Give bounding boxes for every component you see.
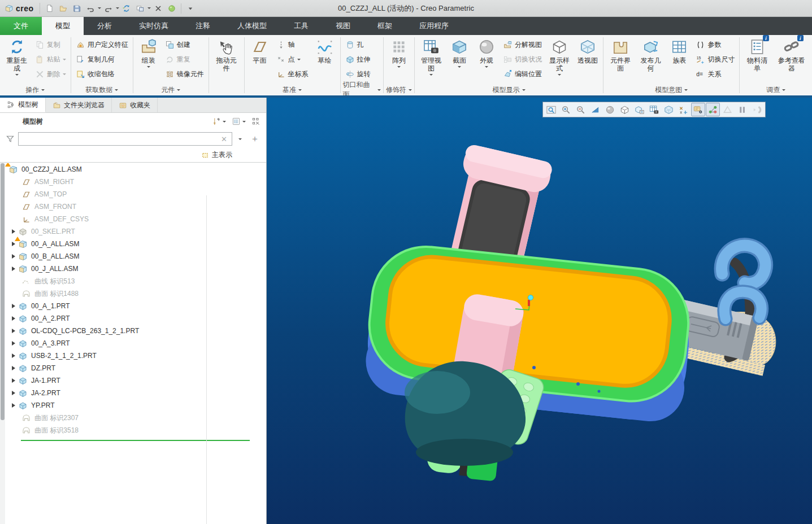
ribbon-button-镜像元件[interactable]: 镜像元件: [163, 68, 206, 80]
tree-item-DZ.PRT[interactable]: DZ.PRT: [5, 362, 266, 374]
tree-item-00_A_ALL.ASM[interactable]: 00_A_ALL.ASM: [5, 238, 266, 250]
annotation-display-icon[interactable]: [691, 103, 705, 116]
expand-arrow-icon[interactable]: [12, 391, 15, 395]
tree-item-ASM_RIGHT[interactable]: ASM_RIGHT: [5, 176, 266, 188]
ribbon-button-透视图[interactable]: 透视图: [575, 36, 601, 67]
shading-icon[interactable]: [603, 103, 617, 116]
tree-tools-icon[interactable]: [211, 116, 227, 127]
ribbon-button-显示样式[interactable]: 显示样式: [545, 36, 574, 77]
tab-模型[interactable]: 模型: [42, 17, 84, 35]
tab-框架[interactable]: 框架: [364, 17, 406, 35]
tree-scrollbar[interactable]: [0, 163, 5, 524]
tree-item-OL-CDQ_LC-PCB_263_1_2_1.PRT[interactable]: OL-CDQ_LC-PCB_263_1_2_1.PRT: [5, 325, 266, 337]
repaint-icon[interactable]: [588, 103, 602, 116]
perspective-icon[interactable]: [662, 103, 676, 116]
ribbon-button-阵列[interactable]: 阵列: [386, 36, 412, 69]
ribbon-button-重新生成[interactable]: 重新生成: [2, 36, 32, 77]
expand-arrow-icon[interactable]: [12, 403, 15, 408]
ribbon-button-粘贴[interactable]: 粘贴: [33, 53, 68, 66]
zoom-out-icon[interactable]: [574, 103, 588, 116]
ribbon-button-复制[interactable]: 复制: [33, 38, 68, 51]
ribbon-group-label[interactable]: 修饰符: [386, 84, 412, 95]
ribbon-button-孔[interactable]: 孔: [343, 38, 373, 51]
ribbon-button-创建[interactable]: 创建: [163, 38, 206, 51]
expand-arrow-icon[interactable]: [12, 341, 15, 346]
connection-status-icon[interactable]: [166, 2, 178, 15]
ribbon-button-族表[interactable]: 族表: [666, 36, 692, 67]
redo-icon[interactable]: [102, 2, 115, 15]
tab-分析[interactable]: 分析: [84, 17, 125, 35]
ribbon-button-分解视图[interactable]: 分解视图: [501, 38, 544, 51]
tree-item-00_SKEL.PRT[interactable]: 00_SKEL.PRT: [5, 225, 266, 238]
ribbon-button-参数[interactable]: 参数: [693, 38, 737, 51]
open-icon[interactable]: [57, 2, 70, 15]
tree-search-input[interactable]: [22, 135, 220, 143]
ribbon-button-重复[interactable]: 重复: [163, 53, 206, 66]
expand-arrow-icon[interactable]: [12, 229, 15, 234]
ribbon-button-平面[interactable]: 平面: [247, 36, 273, 67]
add-filter-button[interactable]: ＋: [248, 133, 262, 145]
tree-item-曲面 标识1488[interactable]: 曲面 标识1488: [5, 287, 266, 300]
clear-search-icon[interactable]: ✕: [220, 135, 228, 143]
window-switch-dropdown[interactable]: [147, 7, 151, 9]
tree-display-icon[interactable]: [250, 116, 262, 127]
ribbon-button-关系[interactable]: d=关系: [693, 68, 737, 80]
saved-orientations-icon[interactable]: [632, 103, 646, 116]
ribbon-button-切换状况[interactable]: 切换状况: [501, 53, 544, 66]
ribbon-group-label[interactable]: 操作: [2, 84, 68, 95]
tree-item-ASM_TOP[interactable]: ASM_TOP: [5, 188, 266, 200]
pause-icon[interactable]: [735, 103, 749, 116]
tree-item-USB-2_1_1_2_1.PRT[interactable]: USB-2_1_1_2_1.PRT: [5, 350, 266, 362]
expand-arrow-icon[interactable]: [12, 353, 15, 358]
tree-item-YP.PRT[interactable]: YP.PRT: [5, 399, 266, 412]
ribbon-button-元件界面[interactable]: 元件界面: [606, 36, 635, 75]
ribbon-button-旋转[interactable]: 旋转: [343, 68, 373, 80]
tree-item-JA-2.PRT[interactable]: JA-2.PRT: [5, 387, 266, 399]
insert-indicator-line[interactable]: [21, 440, 250, 441]
simulation-icon[interactable]: [720, 103, 735, 116]
ribbon-group-label[interactable]: 模型显示: [417, 84, 601, 95]
tree-item-00_B_ALL.ASM[interactable]: 00_B_ALL.ASM: [5, 250, 266, 263]
tree-item-00_A_2.PRT[interactable]: 00_A_2.PRT: [5, 312, 266, 325]
ribbon-group-label[interactable]: 获取数据: [73, 84, 131, 95]
spin-center-icon[interactable]: [706, 103, 720, 116]
zoom-region-icon[interactable]: [544, 103, 558, 116]
tree-item-00_CZZJ_ALL.ASM[interactable]: 00_CZZJ_ALL.ASM: [5, 163, 266, 176]
redo-dropdown[interactable]: [116, 7, 119, 9]
expand-arrow-icon[interactable]: [12, 366, 15, 370]
tab-人体模型[interactable]: 人体模型: [224, 17, 280, 35]
ribbon-button-编辑位置[interactable]: 编辑位置: [501, 68, 544, 80]
panel-tab-文件夹浏览器[interactable]: 文件夹浏览器: [46, 98, 112, 112]
tree-item-00_A_1.PRT[interactable]: 00_A_1.PRT: [5, 300, 266, 312]
panel-tab-收藏夹[interactable]: 收藏夹: [112, 98, 158, 112]
expand-arrow-icon[interactable]: [12, 267, 15, 271]
ribbon-button-轴[interactable]: 轴: [274, 38, 311, 51]
ribbon-button-点[interactable]: 点: [274, 53, 311, 66]
ribbon-button-坐标系[interactable]: 坐标系: [274, 68, 311, 80]
ribbon-button-参考查看器[interactable]: i参考查看器: [774, 36, 810, 75]
expand-arrow-icon[interactable]: [12, 329, 15, 333]
expand-arrow-icon[interactable]: [12, 242, 15, 246]
tab-工具[interactable]: 工具: [280, 17, 322, 35]
regenerate-icon[interactable]: [120, 2, 133, 15]
close-icon[interactable]: [152, 2, 164, 15]
ribbon-button-发布几何[interactable]: 发布几何: [636, 36, 666, 75]
ribbon-group-label[interactable]: 切口和曲面: [343, 84, 381, 95]
ribbon-button-拉伸[interactable]: 拉伸: [343, 53, 373, 66]
tab-视图[interactable]: 视图: [322, 17, 364, 35]
ribbon-button-切换尺寸[interactable]: 15切换尺寸: [693, 53, 737, 66]
ribbon-button-复制几何[interactable]: 复制几何: [73, 53, 131, 66]
ribbon-button-草绘[interactable]: 草绘: [312, 36, 338, 67]
new-file-icon[interactable]: [44, 2, 56, 15]
undo-dropdown[interactable]: [98, 7, 101, 9]
resume-icon[interactable]: [750, 103, 764, 116]
undo-icon[interactable]: [84, 2, 97, 15]
tree-item-曲面 标识3518[interactable]: 曲面 标识3518: [5, 424, 266, 436]
tree-item-ASM_DEF_CSYS[interactable]: ASM_DEF_CSYS: [5, 213, 266, 225]
tab-实时仿真[interactable]: 实时仿真: [125, 17, 182, 35]
datum-display-filters-icon[interactable]: [676, 103, 691, 116]
tab-注释[interactable]: 注释: [182, 17, 224, 35]
ribbon-button-截面[interactable]: 截面: [446, 36, 472, 69]
ribbon-button-外观[interactable]: 外观: [474, 36, 500, 69]
expand-arrow-icon[interactable]: [12, 378, 15, 383]
